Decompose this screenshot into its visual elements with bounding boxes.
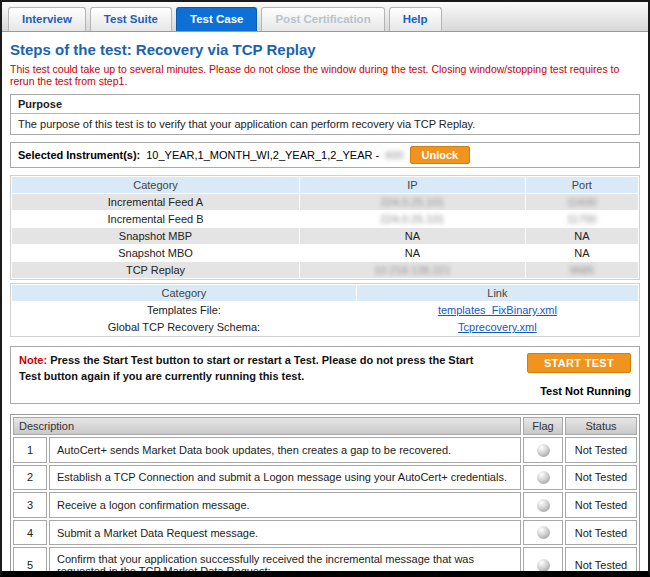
flag-not-tested-icon (537, 444, 550, 457)
instruments-value: 10_YEAR,1_MONTH_WI,2_YEAR_1,2_YEAR - (146, 149, 379, 161)
feeds-header-row: Category IP Port (12, 177, 638, 193)
step-row: 1AutoCert+ sends Market Data book update… (13, 437, 637, 463)
flag-not-tested-icon (537, 526, 550, 539)
tab-interview[interactable]: Interview (8, 7, 86, 31)
purpose-body: The purpose of this test is to verify th… (11, 114, 639, 134)
step-status: Not Tested (565, 547, 637, 577)
note-right-panel: START TEST Test Not Running (513, 353, 631, 397)
test-run-status: Test Not Running (540, 385, 631, 397)
instruments-redacted-value: 600 (385, 149, 403, 161)
xml-link[interactable]: Tcprecovery.xml (458, 321, 537, 333)
purpose-box: Purpose The purpose of this test is to v… (10, 94, 640, 135)
step-status: Not Tested (565, 520, 637, 546)
test-warning-text: This test could take up to several minut… (10, 63, 640, 87)
step-flag-cell (523, 465, 563, 491)
flag-not-tested-icon (537, 471, 550, 484)
feeds-row: Incremental Feed A224.0.25.10111600 (12, 194, 638, 210)
feeds-row: Snapshot MBONANA (12, 245, 638, 261)
start-test-button[interactable]: START TEST (527, 353, 631, 373)
tab-help[interactable]: Help (389, 7, 442, 31)
step-row: 2Establish a TCP Connection and submit a… (13, 465, 637, 491)
feeds-header-ip: IP (300, 177, 525, 193)
links-table: Category Link Templates File:templates_F… (10, 283, 640, 337)
feeds-header-port: Port (526, 177, 638, 193)
purpose-header: Purpose (11, 95, 639, 114)
selected-instruments-box: Selected Instrument(s): 10_YEAR,1_MONTH_… (10, 142, 640, 168)
step-flag-cell (523, 547, 563, 577)
steps-header-description: Description (13, 417, 521, 435)
links-table-body: Templates File:templates_FixBinary.xmlGl… (12, 302, 638, 335)
step-row: 5Confirm that your application successfu… (13, 547, 637, 577)
steps-header-status: Status (565, 417, 637, 435)
test-case-page: InterviewTest SuiteTest CasePost Certifi… (0, 0, 650, 577)
step-row: 3Receive a logon confirmation message.No… (13, 492, 637, 518)
feeds-table-body: Incremental Feed A224.0.25.10111600Incre… (12, 194, 638, 278)
feeds-row: Snapshot MBPNANA (12, 228, 638, 244)
tab-bar: InterviewTest SuiteTest CasePost Certifi… (2, 2, 648, 32)
step-description: Confirm that your application successful… (49, 547, 521, 577)
feeds-row: Incremental Feed B224.0.25.10111700 (12, 211, 638, 227)
steps-table-body: 1AutoCert+ sends Market Data book update… (13, 437, 637, 577)
links-header-category: Category (12, 285, 356, 301)
step-number: 5 (13, 547, 47, 577)
tab-test-case[interactable]: Test Case (176, 7, 257, 31)
step-number: 2 (13, 465, 47, 491)
note-body: Press the Start Test button to start or … (19, 354, 473, 382)
tab-post-certification: Post Certification (261, 7, 384, 31)
note-box: Note: Press the Start Test button to sta… (10, 346, 640, 404)
steps-table: Description Flag Status 1AutoCert+ sends… (10, 414, 640, 577)
page-title: Steps of the test: Recovery via TCP Repl… (10, 41, 640, 58)
step-flag-cell (523, 437, 563, 463)
step-row: 4Submit a Market Data Request message.No… (13, 520, 637, 546)
step-description: Establish a TCP Connection and submit a … (49, 465, 521, 491)
step-description: Submit a Market Data Request message. (49, 520, 521, 546)
note-text: Note: Press the Start Test button to sta… (19, 353, 513, 397)
step-status: Not Tested (565, 465, 637, 491)
content: Steps of the test: Recovery via TCP Repl… (2, 32, 648, 577)
feeds-header-category: Category (12, 177, 299, 193)
links-header-link: Link (357, 285, 638, 301)
step-description: Receive a logon confirmation message. (49, 492, 521, 518)
step-number: 3 (13, 492, 47, 518)
links-row: Global TCP Recovery Schema:Tcprecovery.x… (12, 319, 638, 335)
step-status: Not Tested (565, 437, 637, 463)
flag-not-tested-icon (537, 499, 550, 512)
step-flag-cell (523, 492, 563, 518)
feeds-row: TCP Replay10.218.128.2219685 (12, 262, 638, 278)
step-description: AutoCert+ sends Market Data book updates… (49, 437, 521, 463)
feeds-table: Category IP Port Incremental Feed A224.0… (10, 175, 640, 280)
tab-test-suite[interactable]: Test Suite (90, 7, 172, 31)
step-flag-cell (523, 520, 563, 546)
links-row: Templates File:templates_FixBinary.xml (12, 302, 638, 318)
steps-header-row: Description Flag Status (13, 417, 637, 435)
steps-header-flag: Flag (523, 417, 563, 435)
step-number: 4 (13, 520, 47, 546)
xml-link[interactable]: templates_FixBinary.xml (438, 304, 557, 316)
links-header-row: Category Link (12, 285, 638, 301)
step-number: 1 (13, 437, 47, 463)
flag-not-tested-icon (537, 559, 550, 572)
instruments-label: Selected Instrument(s): (18, 149, 140, 161)
unlock-button[interactable]: Unlock (410, 146, 471, 164)
note-label: Note: (19, 354, 47, 366)
step-status: Not Tested (565, 492, 637, 518)
